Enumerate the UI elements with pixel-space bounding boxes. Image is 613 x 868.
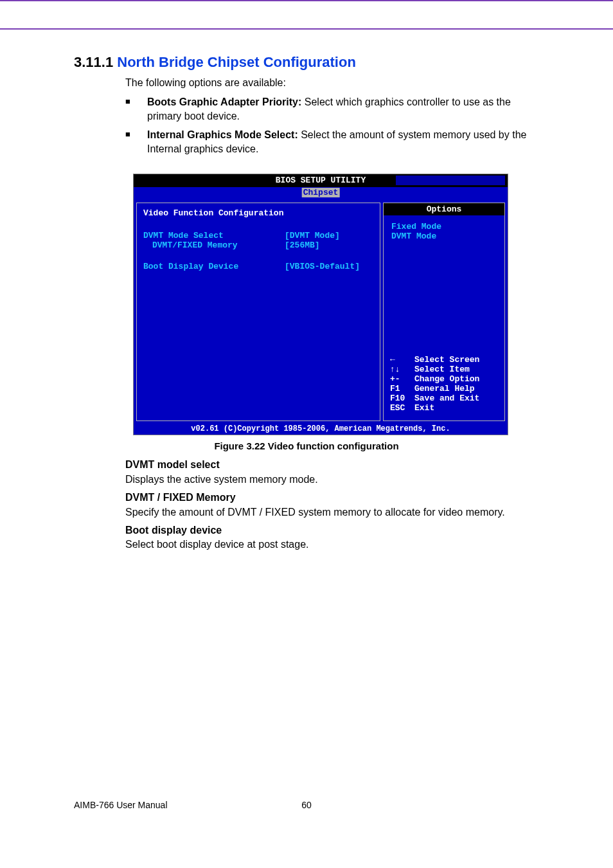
section-number: 3.11.1 <box>74 54 113 70</box>
list-item: ■ Boots Graphic Adapter Priority: Select… <box>125 95 539 123</box>
help-row: ←Select Screen <box>390 355 498 365</box>
bios-setting-label: Boot Display Device <box>143 262 285 271</box>
definition-desc: Specify the amount of DVMT / FIXED syste… <box>125 505 539 520</box>
bios-setting-value: [DVMT Mode] <box>285 231 340 240</box>
help-key: ESC <box>390 403 414 413</box>
help-action: Select Screen <box>414 355 479 365</box>
definitions: DVMT model select Displays the active sy… <box>125 458 539 552</box>
help-row: F10Save and Exit <box>390 393 498 403</box>
bios-body: Video Function Configuration DVMT Mode S… <box>134 200 508 424</box>
page: 3.11.1 North Bridge Chipset Configuratio… <box>0 0 613 868</box>
square-bullet-icon: ■ <box>125 95 147 123</box>
bios-setting-value: [256MB] <box>285 240 320 250</box>
bios-setting-label: DVMT Mode Select <box>143 231 285 240</box>
option-bold: Boots Graphic Adapter Priority: <box>147 96 301 107</box>
bios-setting-row[interactable]: DVMT/FIXED Memory [256MB] <box>143 240 373 250</box>
help-action: General Help <box>414 384 475 393</box>
bios-tab-active[interactable]: Chipset <box>302 188 340 197</box>
bios-options-header: Options <box>384 203 504 215</box>
help-row: ESCExit <box>390 403 498 413</box>
help-key: F1 <box>390 384 414 393</box>
section-heading: 3.11.1 North Bridge Chipset Configuratio… <box>74 54 539 71</box>
help-row: ↑↓Select Item <box>390 365 498 374</box>
definition-term: DVMT / FIXED Memory <box>125 491 539 505</box>
bios-option-item[interactable]: DVMT Mode <box>391 231 497 241</box>
bios-setting-row[interactable]: Boot Display Device [VBIOS-Default] <box>143 262 373 271</box>
bios-window: BIOS SETUP UTILITY Chipset Video Functio… <box>133 174 508 435</box>
help-row: +-Change Option <box>390 374 498 384</box>
bios-left-pane: Video Function Configuration DVMT Mode S… <box>136 203 380 421</box>
section-title: North Bridge Chipset Configuration <box>117 54 356 70</box>
bios-titlebar: BIOS SETUP UTILITY <box>134 174 508 187</box>
bios-setting-label: DVMT/FIXED Memory <box>143 240 285 250</box>
help-key: ↑↓ <box>390 365 414 374</box>
bios-screenshot: BIOS SETUP UTILITY Chipset Video Functio… <box>133 174 508 435</box>
bios-right-pane: Options Fixed Mode DVMT Mode ←Select Scr… <box>383 203 505 421</box>
help-row: F1General Help <box>390 384 498 393</box>
definition-term: Boot display device <box>125 523 539 538</box>
help-key: ← <box>390 355 414 365</box>
options-list: ■ Boots Graphic Adapter Priority: Select… <box>125 95 539 156</box>
help-key: +- <box>390 374 414 384</box>
bios-footer: v02.61 (C)Copyright 1985-2006, American … <box>134 424 508 435</box>
intro-text: The following options are available: <box>125 77 539 89</box>
help-key: F10 <box>390 393 414 403</box>
help-action: Change Option <box>414 374 479 384</box>
content-area: 3.11.1 North Bridge Chipset Configuratio… <box>74 54 539 554</box>
bios-setting-value: [VBIOS-Default] <box>285 262 360 271</box>
top-rule <box>0 28 613 30</box>
bios-option-item[interactable]: Fixed Mode <box>391 222 497 231</box>
help-action: Select Item <box>414 365 470 374</box>
bios-tabbar: Chipset <box>134 187 508 200</box>
page-number: 60 <box>301 800 312 810</box>
list-item: ■ Internal Graphics Mode Select: Select … <box>125 128 539 156</box>
option-bold: Internal Graphics Mode Select: <box>147 129 298 140</box>
definition-desc: Displays the active system memory mode. <box>125 473 539 487</box>
help-action: Exit <box>414 403 434 413</box>
bios-left-heading: Video Function Configuration <box>143 208 373 218</box>
bios-setting-row[interactable]: DVMT Mode Select [DVMT Mode] <box>143 231 373 240</box>
square-bullet-icon: ■ <box>125 128 147 156</box>
option-text: Boots Graphic Adapter Priority: Select w… <box>147 95 539 123</box>
manual-name: AIMB-766 User Manual <box>74 800 168 810</box>
spacer <box>143 250 373 262</box>
help-action: Save and Exit <box>414 393 479 403</box>
titlebar-accent <box>396 176 505 185</box>
definition-desc: Select boot display device at post stage… <box>125 538 539 552</box>
figure-caption: Figure 3.22 Video function configuration <box>74 440 539 451</box>
bios-help-keys: ←Select Screen ↑↓Select Item +-Change Op… <box>384 350 504 420</box>
definition-term: DVMT model select <box>125 458 539 472</box>
page-footer: AIMB-766 User Manual 60 <box>74 800 539 810</box>
option-text: Internal Graphics Mode Select: Select th… <box>147 128 539 156</box>
bios-options-body: Fixed Mode DVMT Mode <box>384 215 504 350</box>
